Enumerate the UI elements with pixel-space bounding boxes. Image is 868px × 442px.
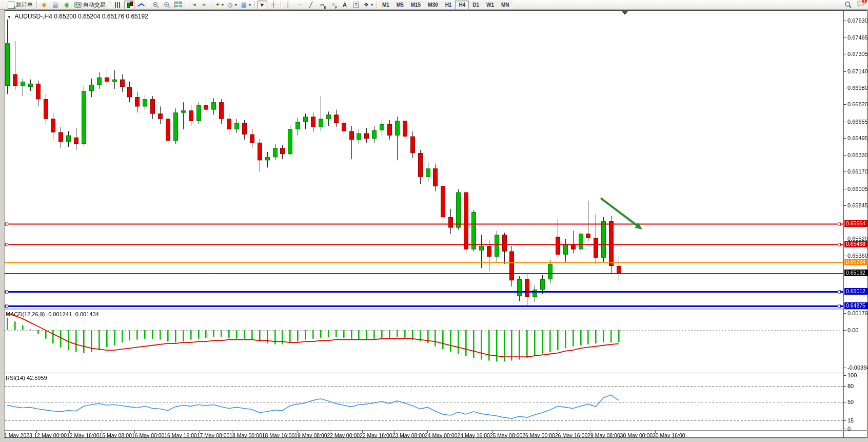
fibonacci-icon: ≡F	[332, 2, 335, 8]
text-tool-button[interactable]: A	[340, 1, 350, 9]
horizontal-line-icon: ─	[298, 2, 302, 8]
fibonacci-tool-button[interactable]: ≡F	[328, 1, 339, 9]
trendline-tool-button[interactable]: ╱	[306, 1, 316, 9]
market-button[interactable]: ◆	[39, 1, 49, 9]
rsi-indicator-label: RSI(14) 42.5959	[6, 375, 47, 381]
timeframe-toolbar: M1M5M15M30H1H4D1W1MN	[379, 1, 513, 9]
indicators-plus-icon: +	[216, 2, 220, 8]
line-chart-button[interactable]	[135, 1, 146, 9]
main-toolbar: 新订单 ◆ ▤ ◉ 自动交易 ⇥ ⇤ +▾ ◷▾ ▦▾ ➤ ┼ │ ─	[0, 0, 868, 10]
auto-scroll-button[interactable]: ⇥	[188, 1, 199, 9]
toolbar-separator	[148, 1, 148, 8]
candlestick-chart-icon	[126, 2, 133, 8]
auto-scroll-icon: ⇥	[191, 2, 195, 8]
candlestick-chart-button[interactable]	[124, 1, 134, 9]
toolbar-right-group: 1	[842, 0, 868, 9]
channel-tool-button[interactable]: ▱E	[317, 1, 327, 9]
label-tool-button[interactable]: T	[351, 1, 361, 9]
search-icon	[844, 1, 852, 8]
zoom-in-button[interactable]	[150, 1, 161, 9]
clock-icon: ◷	[228, 2, 233, 8]
chart-ohlc-quotes: 0.65200 0.65204 0.65176 0.65192	[54, 13, 148, 20]
search-button[interactable]	[843, 1, 853, 9]
periods-button[interactable]: ◷▾	[226, 1, 239, 9]
signals-button[interactable]: ◉	[62, 1, 72, 9]
timeframe-button-d1[interactable]: D1	[469, 1, 483, 9]
price-chart-canvas[interactable]	[0, 0, 868, 442]
crosshair-icon: ┼	[271, 2, 275, 8]
chart-title: ▼ AUDUSD-,H4 0.65200 0.65204 0.65176 0.6…	[7, 13, 148, 20]
horizontal-line-tool-button[interactable]: ─	[294, 1, 305, 9]
timeframe-button-m5[interactable]: M5	[393, 1, 407, 9]
bar-chart-icon	[115, 2, 121, 8]
bar-chart-button[interactable]	[113, 1, 123, 9]
profiles-icon: ▤	[52, 2, 58, 8]
autotrade-label: 自动交易	[83, 1, 106, 9]
shapes-icon: ❖	[364, 2, 369, 8]
chevron-down-icon: ▾	[249, 3, 251, 7]
new-order-button[interactable]: 新订单	[6, 1, 34, 9]
new-order-label: 新订单	[16, 1, 33, 9]
timeframe-button-w1[interactable]: W1	[483, 1, 498, 9]
timeframe-button-mn[interactable]: MN	[498, 1, 513, 9]
cursor-tool-button[interactable]: ➤	[257, 1, 267, 9]
zoom-out-icon	[164, 2, 170, 8]
toolbar-separator	[212, 1, 212, 8]
text-label-icon: T	[353, 2, 359, 8]
toolbar-separator	[377, 1, 377, 8]
toolbar-separator	[254, 1, 255, 8]
mt4-window: 新订单 ◆ ▤ ◉ 自动交易 ⇥ ⇤ +▾ ◷▾ ▦▾ ➤ ┼ │ ─	[0, 0, 868, 442]
chart-shift-button[interactable]: ⇤	[200, 1, 210, 9]
zoom-out-button[interactable]	[162, 1, 172, 9]
text-icon: A	[343, 2, 347, 8]
cursor-icon: ➤	[258, 1, 266, 9]
profiles-button[interactable]: ▤	[50, 1, 61, 9]
toolbar-separator	[281, 1, 281, 8]
indicators-button[interactable]: +▾	[214, 1, 225, 9]
chevron-down-icon: ▾	[235, 3, 237, 7]
chart-shift-icon: ⇤	[202, 2, 207, 8]
crosshair-tool-button[interactable]: ┼	[268, 1, 279, 9]
zoom-in-icon	[152, 2, 159, 8]
toolbar-separator	[36, 1, 37, 8]
tile-windows-button[interactable]	[173, 1, 184, 9]
autotrade-button[interactable]: 自动交易	[73, 1, 107, 9]
vertical-line-tool-button[interactable]: │	[283, 1, 293, 9]
equidistant-channel-icon: ▱E	[320, 2, 324, 8]
timeframe-button-m15[interactable]: M15	[407, 1, 424, 9]
line-chart-icon	[137, 2, 144, 8]
timeframe-button-h4[interactable]: H4	[455, 1, 469, 9]
timeframe-button-m1[interactable]: M1	[379, 1, 393, 9]
window-left-edge	[0, 10, 5, 442]
toolbar-separator	[186, 1, 186, 8]
vertical-line-icon: │	[287, 2, 290, 8]
autotrade-robot-icon	[74, 2, 82, 8]
macd-indicator-label: MACD(12,26,9) -0.001241 -0.001434	[6, 311, 99, 317]
timeframe-button-m30[interactable]: M30	[424, 1, 441, 9]
toolbar-grip	[3, 2, 4, 8]
market-icon: ◆	[42, 2, 46, 8]
chart-symbol: AUDUSD-,H4	[15, 13, 52, 20]
tile-windows-icon	[174, 2, 182, 8]
template-icon: ▦	[241, 2, 247, 8]
signals-icon: ◉	[64, 2, 69, 8]
chevron-down-icon: ▾	[222, 3, 224, 7]
toolbar-grip	[109, 2, 111, 8]
shapes-tool-button[interactable]: ❖▾	[362, 1, 374, 9]
templates-button[interactable]: ▦▾	[240, 1, 252, 9]
notification-badge: 1	[861, 0, 867, 4]
trendline-icon: ╱	[309, 2, 313, 8]
new-order-icon	[8, 1, 14, 9]
timeframe-button-h1[interactable]: H1	[442, 1, 456, 9]
notifications-button[interactable]: 1	[857, 0, 865, 9]
chevron-down-icon: ▾	[371, 3, 373, 7]
symbol-dropdown-icon[interactable]: ▼	[7, 15, 11, 20]
status-bar	[0, 438, 868, 442]
